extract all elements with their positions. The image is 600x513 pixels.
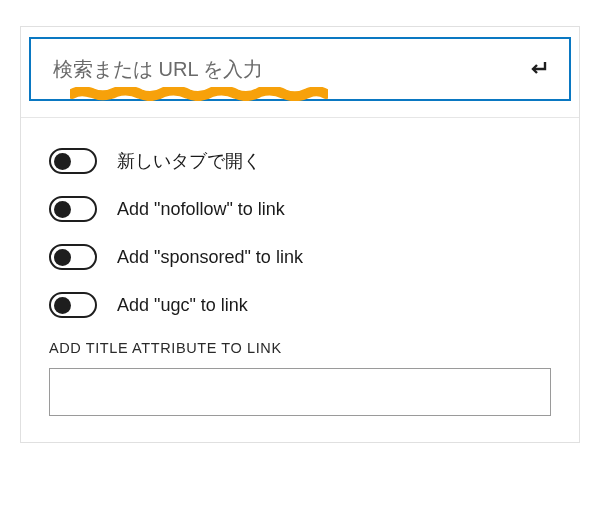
toggle-sponsored-row: Add "sponsored" to link (49, 244, 551, 270)
toggle-knob (54, 201, 71, 218)
toggle-knob (54, 153, 71, 170)
search-box (29, 37, 571, 101)
toggle-label: Add "ugc" to link (117, 295, 248, 316)
toggle-nofollow-row: Add "nofollow" to link (49, 196, 551, 222)
toggle-knob (54, 297, 71, 314)
toggle-knob (54, 249, 71, 266)
submit-icon[interactable] (525, 56, 551, 82)
toggle-ugc[interactable] (49, 292, 97, 318)
toggle-open-new-tab-row: 新しいタブで開く (49, 148, 551, 174)
search-input-stack (53, 58, 525, 81)
search-section (21, 27, 579, 118)
toggle-label: 新しいタブで開く (117, 149, 261, 173)
toggle-sponsored[interactable] (49, 244, 97, 270)
toggle-label: Add "nofollow" to link (117, 199, 285, 220)
toggle-open-new-tab[interactable] (49, 148, 97, 174)
highlight-annotation (70, 87, 328, 101)
title-attribute-input[interactable] (49, 368, 551, 416)
toggle-ugc-row: Add "ugc" to link (49, 292, 551, 318)
toggle-nofollow[interactable] (49, 196, 97, 222)
toggle-label: Add "sponsored" to link (117, 247, 303, 268)
options-section: 新しいタブで開く Add "nofollow" to link Add "spo… (21, 118, 579, 442)
title-attribute-heading: ADD TITLE ATTRIBUTE TO LINK (49, 340, 551, 356)
search-input[interactable] (53, 58, 306, 81)
link-settings-panel: 新しいタブで開く Add "nofollow" to link Add "spo… (20, 26, 580, 443)
